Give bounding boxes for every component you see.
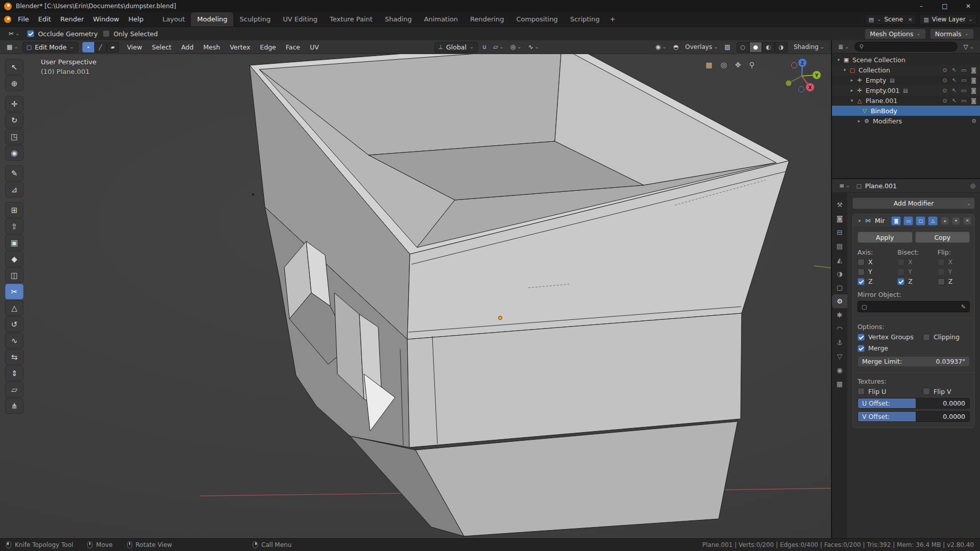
tab-shading[interactable]: Shading <box>379 12 418 27</box>
camera-view-icon[interactable]: ◎ <box>721 61 727 68</box>
menu-uv[interactable]: UV <box>306 43 323 51</box>
material-shading-button[interactable]: ◐ <box>762 42 775 53</box>
prop-tab-object[interactable]: ▢ <box>832 281 847 294</box>
prop-tab-particles[interactable]: ✱ <box>832 308 847 322</box>
tool-bevel[interactable]: ◆ <box>5 251 23 267</box>
selectable-icon[interactable]: ↖ <box>952 87 957 94</box>
wireframe-shading-button[interactable]: ○ <box>737 42 749 53</box>
tool-annotate[interactable]: ✎ <box>5 165 23 181</box>
apply-button[interactable]: Apply <box>857 232 913 243</box>
expand-arrow-icon[interactable]: ▸ <box>855 118 863 123</box>
blender-menu-icon[interactable] <box>4 16 11 23</box>
tool-knife[interactable]: ✂ <box>5 284 23 299</box>
menu-select[interactable]: Select <box>148 43 176 51</box>
edge-select-button[interactable]: ╱ <box>94 42 107 53</box>
proportional-editing-button[interactable]: ◎ ⌄ <box>508 41 524 53</box>
menu-face[interactable]: Face <box>282 43 304 51</box>
expand-arrow-icon[interactable]: ▸ <box>848 78 855 83</box>
eyedropper-icon[interactable]: ✎ <box>961 304 966 310</box>
display-cage-toggle[interactable]: △ <box>928 216 938 226</box>
tab-modeling[interactable]: Modeling <box>191 12 233 27</box>
editor-type-button[interactable]: ▦ ⌄ <box>4 41 21 53</box>
prop-tab-view-layer[interactable]: ▤ <box>832 239 847 253</box>
prop-tab-scene[interactable]: ◭ <box>832 253 847 267</box>
outliner-row-binbody[interactable]: ▽ BinBody <box>832 106 980 116</box>
bisect-x-checkbox[interactable]: X <box>897 258 933 266</box>
viewport-disable-icon[interactable]: ▭ <box>961 67 966 73</box>
prop-tab-physics[interactable]: ◠ <box>832 322 847 336</box>
rendered-shading-button[interactable]: ◑ <box>775 42 788 53</box>
add-workspace-button[interactable]: + <box>606 12 620 27</box>
render-disable-icon[interactable]: ◙ <box>971 87 976 94</box>
menu-file[interactable]: File <box>13 12 34 27</box>
render-disable-icon[interactable]: ◙ <box>971 97 976 104</box>
mirror-object-field[interactable]: ▢ ✎ <box>857 301 970 312</box>
tab-compositing[interactable]: Compositing <box>510 12 564 27</box>
tool-extrude-region[interactable]: ⇧ <box>5 218 23 234</box>
eye-icon[interactable]: ⊙ <box>942 67 947 73</box>
viewport-disable-icon[interactable]: ▭ <box>961 97 966 104</box>
dumpster-mesh[interactable] <box>250 54 789 536</box>
outliner-row-plane-001[interactable]: ▾ △ Plane.001 ⊙ ↖ ▭ ◙ <box>832 95 980 106</box>
prop-tab-material[interactable]: ◉ <box>832 363 847 377</box>
snap-target-dropdown[interactable]: ▱ ⌄ <box>491 41 506 53</box>
tab-rendering[interactable]: Rendering <box>464 12 510 27</box>
display-render-toggle[interactable]: ◙ <box>891 216 901 226</box>
move-modifier-up-button[interactable]: ▴ <box>941 217 949 225</box>
tool-rip-region[interactable]: ⋔ <box>5 398 23 414</box>
menu-edit[interactable]: Edit <box>34 12 56 27</box>
xray-toggle-button[interactable]: ▨ <box>722 41 733 53</box>
normals-dropdown[interactable]: Normals ⌄ <box>930 29 974 39</box>
menu-window[interactable]: Window <box>88 12 124 27</box>
bisect-y-checkbox[interactable]: Y <box>897 268 933 276</box>
tool-poly-build[interactable]: △ <box>5 300 23 316</box>
view-layer-selector[interactable]: ▥ View Layer ⌄ <box>919 14 977 25</box>
add-modifier-dropdown[interactable]: Add Modifier ⌄ <box>852 197 975 209</box>
tab-layout[interactable]: Layout <box>156 12 191 27</box>
prop-tab-output[interactable]: ⊟ <box>832 226 847 239</box>
flip-z-checkbox[interactable]: Z <box>938 278 970 285</box>
show-gizmo-dropdown[interactable]: ◉ ⌄ <box>653 41 669 53</box>
outliner-filter-button[interactable]: ▽ ⌄ <box>961 41 976 53</box>
outliner-row-empty-001[interactable]: ▸ ✛ Empty.001 ▤ ⊙ ↖ ▭ ◙ <box>832 85 980 95</box>
expand-arrow-icon[interactable]: ▾ <box>835 57 842 62</box>
tool-add-cube[interactable]: ⊞ <box>5 202 23 218</box>
tab-texture-paint[interactable]: Texture Paint <box>324 12 379 27</box>
tool-loop-cut[interactable]: ◫ <box>5 267 23 283</box>
prop-tab-render[interactable]: ◙ <box>832 212 847 226</box>
prop-tab-constraints[interactable]: ⚓ <box>832 336 847 349</box>
delete-modifier-button[interactable]: ✕ <box>963 217 971 225</box>
axis-y-checkbox[interactable]: Y <box>857 268 893 276</box>
selectable-icon[interactable]: ↖ <box>952 77 957 84</box>
eye-icon[interactable]: ⊙ <box>942 97 947 104</box>
viewport-3d-scene[interactable]: Z Y X <box>0 54 831 538</box>
scene-selector[interactable]: ▤ ⌄ Scene ✕ <box>865 14 917 25</box>
eye-icon[interactable]: ⊙ <box>942 77 947 84</box>
prop-tab-tool[interactable]: ⚒ <box>832 198 847 212</box>
tool-shrink-fatten[interactable]: ⇕ <box>5 365 23 381</box>
tool-scale[interactable]: ◳ <box>5 129 23 144</box>
tool-cursor[interactable]: ⊕ <box>5 76 23 91</box>
expand-arrow-icon[interactable]: ▸ <box>848 88 855 93</box>
menu-vertex[interactable]: Vertex <box>226 43 254 51</box>
prop-tab-object-data[interactable]: ▽ <box>832 349 847 363</box>
flip-y-checkbox[interactable]: Y <box>938 268 970 276</box>
outliner-row-collection[interactable]: ▾ ▢ Collection ⊙ ↖ ▭ ◙ <box>832 65 980 75</box>
expand-arrow-icon[interactable]: ▾ <box>856 218 863 223</box>
only-selected-checkbox[interactable]: Only Selected <box>103 30 158 38</box>
prop-tab-texture[interactable]: ▦ <box>832 377 847 391</box>
menu-edge[interactable]: Edge <box>256 43 280 51</box>
menu-help[interactable]: Help <box>124 12 149 27</box>
axis-x-checkbox[interactable]: X <box>857 258 893 266</box>
pin-icon[interactable]: ◎ <box>970 182 975 189</box>
outliner-row-empty[interactable]: ▸ ✛ Empty ▤ ⊙ ↖ ▭ ◙ <box>832 75 980 85</box>
vertex-groups-checkbox[interactable]: Vertex Groups <box>857 333 921 341</box>
occlude-geometry-checkbox[interactable]: Occlude Geometry <box>27 30 97 38</box>
minimize-button[interactable]: – <box>910 0 933 12</box>
prop-tab-modifiers[interactable]: ⚙ <box>832 294 847 308</box>
tool-move[interactable]: ✛ <box>5 96 23 112</box>
active-tool-icon-button[interactable]: ✂ ⌄ <box>6 28 22 39</box>
tool-shear[interactable]: ▱ <box>5 382 23 397</box>
tab-animation[interactable]: Animation <box>418 12 464 27</box>
unlink-scene-icon[interactable]: ✕ <box>908 17 912 22</box>
